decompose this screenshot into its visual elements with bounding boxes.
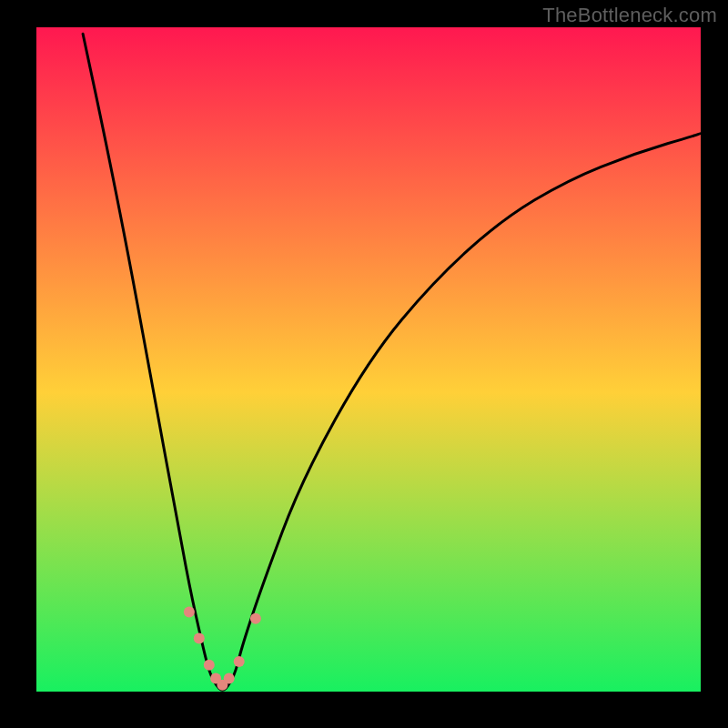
highlight-marker [194,633,205,644]
highlight-marker [204,660,215,671]
highlight-marker [250,613,261,624]
highlight-marker [224,672,235,683]
watermark-text: TheBottleneck.com [542,4,717,27]
plot-background [36,27,701,692]
chart-frame: { "watermark": { "text": "TheBottleneck.… [0,0,728,728]
bottleneck-chart [36,27,701,692]
highlight-marker [234,656,245,667]
highlight-marker [184,606,195,617]
